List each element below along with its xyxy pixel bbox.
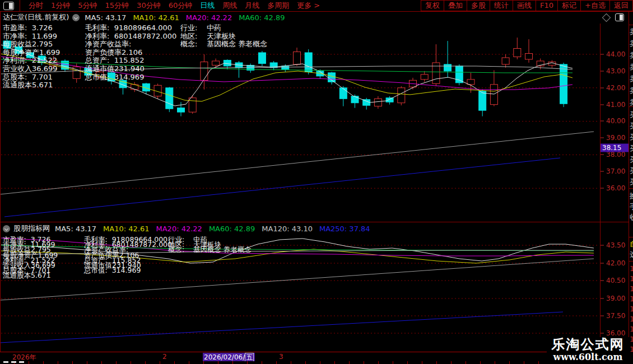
right-toolbar: 复权叠加多股统计画线F10标记+自选返回 bbox=[421, 0, 633, 11]
finance-column: 行业: 中药地区: 天津板块概念: 基因概念 养老概念 bbox=[168, 237, 252, 253]
finance-column: 市盈率: 3.726市净率: 11.699每股收益2.795每股净资产1.699… bbox=[3, 237, 58, 278]
strip-clipped-char: 选 bbox=[630, 250, 633, 260]
strip-clipped-char: 收 bbox=[630, 212, 633, 222]
strip-clipped-char: 卖 bbox=[630, 62, 633, 72]
cursor-date-weekday: 五 bbox=[245, 353, 254, 362]
period-tab-1分钟[interactable]: 1分钟 bbox=[51, 1, 70, 11]
bottom-tick-strip bbox=[0, 361, 633, 364]
finance-row: 净利率: 6801487872.000 bbox=[85, 32, 176, 41]
layout-toggle-icon[interactable] bbox=[3, 2, 14, 10]
axis-label: 42.00 bbox=[606, 259, 625, 267]
chevron-down-icon[interactable] bbox=[72, 14, 80, 21]
period-tab-多周期[interactable]: 多周期 bbox=[267, 1, 289, 11]
finance-row: 净资产收益率: bbox=[85, 40, 176, 49]
watermark-site-name: 乐淘公式网 bbox=[547, 337, 629, 352]
axis-label: 43.50 bbox=[606, 241, 625, 249]
ma-legend-item: MA5: 43.17 bbox=[85, 13, 126, 22]
period-tab-15分钟[interactable]: 15分钟 bbox=[105, 1, 129, 11]
date-axis-label: 3 bbox=[279, 353, 283, 361]
finance-column: 毛利率: 918089664.000净利率: 6801487872.000净资产… bbox=[84, 237, 172, 273]
trading-terminal-window: 分时1分钟5分钟15分钟30分钟60分钟日线周线月线多周期更多 > 复权叠加多股… bbox=[0, 0, 633, 364]
strip-clipped-char: 1 bbox=[630, 284, 633, 293]
header-icons bbox=[603, 13, 624, 21]
period-tab-60分钟[interactable]: 60分钟 bbox=[169, 1, 193, 11]
strip-clipped-char: 手 bbox=[630, 202, 633, 212]
strip-divider bbox=[629, 261, 633, 262]
period-tab-日线[interactable]: 日线 bbox=[200, 1, 215, 11]
toolbar-button-+自选[interactable]: +自选 bbox=[580, 1, 609, 11]
panel-toggle-icon[interactable] bbox=[615, 13, 624, 21]
axis-label: 41.00 bbox=[606, 101, 625, 109]
strip-divider bbox=[629, 25, 633, 25]
finance-row: 总股本: 7.701 bbox=[3, 73, 60, 82]
toolbar-button-复权[interactable]: 复权 bbox=[421, 1, 444, 11]
axis-label: 37.00 bbox=[606, 167, 625, 175]
period-tab-分时[interactable]: 分时 bbox=[29, 1, 43, 11]
chevron-down-icon[interactable] bbox=[3, 225, 10, 232]
finance-row: 每股收益2.795 bbox=[3, 40, 60, 49]
axis-label: 37.50 bbox=[606, 312, 625, 320]
toolbar-button-F10[interactable]: F10 bbox=[536, 1, 557, 11]
strip-clipped-char: 1 bbox=[630, 295, 633, 303]
strip-clipped-char: 换 bbox=[630, 191, 633, 201]
strip-clipped-char: 卖 bbox=[630, 74, 633, 84]
ma-legend-item: MA120: 43.10 bbox=[262, 225, 313, 233]
toolbar-button-画线[interactable]: 画线 bbox=[513, 1, 536, 11]
strip-divider bbox=[629, 188, 633, 189]
period-tab-5分钟[interactable]: 5分钟 bbox=[78, 1, 97, 11]
strip-divider bbox=[629, 237, 633, 237]
ma-legend-item: MA60: 42.89 bbox=[209, 225, 255, 233]
axis-label: 40.50 bbox=[606, 277, 625, 284]
strip-clipped-char: 买 bbox=[630, 110, 633, 120]
toolbar-button-多股[interactable]: 多股 bbox=[467, 1, 490, 11]
strip-clipped-char: 卖 bbox=[630, 39, 633, 49]
finance-row: 流通市值231.940 bbox=[85, 65, 176, 73]
strip-clipped-char: 卖 bbox=[630, 50, 633, 60]
strip-clipped-char: 1 bbox=[630, 305, 633, 313]
finance-row: 流通股本5.671 bbox=[3, 273, 58, 278]
finance-row: 概念: 基因概念 养老概念 bbox=[180, 40, 267, 49]
indicator-panel-header: 股朋指标网 MA5: 43.17MA10: 42.61MA20: 42.22MA… bbox=[0, 223, 629, 234]
finance-row: 总市值: 314.969 bbox=[85, 73, 176, 82]
strip-clipped-char: 卖 bbox=[630, 86, 633, 96]
toolbar-button-返回[interactable]: 返回 bbox=[609, 1, 632, 11]
period-tab-周线[interactable]: 周线 bbox=[222, 1, 237, 11]
period-tab-30分钟[interactable]: 30分钟 bbox=[137, 1, 161, 11]
period-tab-月线[interactable]: 月线 bbox=[245, 1, 259, 11]
finance-column: 毛利率: 918089664.000净利率: 6801487872.000净资产… bbox=[85, 24, 176, 81]
strip-divider bbox=[629, 106, 633, 107]
panel-divider bbox=[0, 222, 629, 222]
strip-clipped-char: 1 bbox=[630, 325, 633, 333]
finance-row: 流通股本5.671 bbox=[3, 81, 60, 90]
toolbar-button-叠加[interactable]: 叠加 bbox=[444, 1, 467, 11]
period-tab-更多 >[interactable]: 更多 > bbox=[297, 1, 320, 11]
strip-clipped-char: 1 bbox=[630, 274, 633, 283]
axis-border bbox=[600, 24, 601, 352]
ma-legend-item: MA60: 42.89 bbox=[239, 13, 285, 22]
strip-clipped-char: 1 bbox=[630, 264, 633, 273]
ma-legend-item: MA10: 42.61 bbox=[103, 225, 149, 233]
watermark: 乐淘公式网 www.60lt.com bbox=[547, 337, 629, 364]
ma-legend-main: MA5: 43.17MA10: 42.61MA20: 42.22MA60: 42… bbox=[85, 13, 291, 22]
diamond-icon[interactable] bbox=[602, 13, 611, 22]
axis-label: 39.00 bbox=[606, 295, 625, 302]
finance-row: 总市值: 314.969 bbox=[84, 268, 172, 273]
right-quote-strip[interactable]: 卖卖卖卖卖卖卖买买买买买买买换手收自选111111111 bbox=[629, 11, 633, 364]
axis-label: 43.00 bbox=[606, 67, 625, 75]
strip-clipped-char: 自 bbox=[630, 239, 633, 249]
finance-row: 市盈率: 3.726 bbox=[3, 24, 60, 32]
finance-row: 营业收入36.699 bbox=[3, 65, 60, 73]
symbol-title: 达仁堂(日线.前复权) bbox=[3, 12, 69, 22]
ma-legend-item: MA10: 42.61 bbox=[133, 13, 179, 22]
indicator-name: 股朋指标网 bbox=[13, 223, 50, 234]
finance-row: 市净率: 11.699 bbox=[3, 32, 60, 41]
toolbar-button-统计[interactable]: 统计 bbox=[490, 1, 513, 11]
toolbar-button-标记[interactable]: 标记 bbox=[557, 1, 580, 11]
clipped-text-mark bbox=[3, 361, 8, 363]
date-axis: 2026年22026/02/06/五3 bbox=[0, 352, 633, 362]
main-chart-header: 达仁堂(日线.前复权) MA5: 43.17MA10: 42.61MA20: 4… bbox=[0, 12, 629, 23]
date-axis-label: 2 bbox=[162, 353, 167, 361]
finance-row: 毛利率: 918089664.000 bbox=[85, 24, 176, 32]
strip-clipped-char: 买 bbox=[630, 132, 633, 142]
ma-legend-item: MA5: 43.17 bbox=[55, 225, 96, 233]
